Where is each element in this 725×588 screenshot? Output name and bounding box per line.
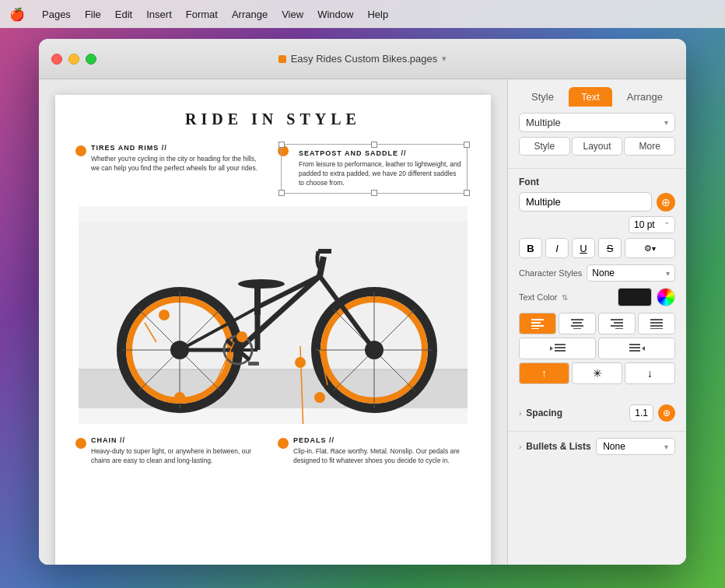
menu-view[interactable]: View: [282, 9, 303, 20]
svg-rect-46: [531, 325, 544, 327]
font-size-stepper[interactable]: ⌃: [664, 221, 670, 229]
sub-tab-layout[interactable]: Layout: [572, 137, 623, 156]
spacing-options-button[interactable]: ⊕: [658, 404, 675, 422]
pedals-heading: PEDALS //: [293, 436, 468, 444]
decrease-indent-button[interactable]: [519, 338, 596, 359]
italic-button[interactable]: I: [545, 238, 569, 258]
svg-rect-61: [555, 347, 566, 348]
handle-bl[interactable]: [278, 190, 285, 196]
handle-br[interactable]: [464, 190, 470, 196]
handle-tm[interactable]: [371, 142, 377, 148]
font-section: Font Multiple ⊕ 10 pt ⌃: [508, 169, 686, 398]
spacing-header: › Spacing 1.1 ⊕: [519, 404, 675, 422]
align-left-button[interactable]: [519, 313, 556, 334]
baseline-asterisk-icon: ✳: [593, 367, 602, 380]
indent-row: [519, 338, 675, 359]
sub-tab-style[interactable]: Style: [519, 137, 570, 156]
handle-bm[interactable]: [371, 190, 377, 196]
svg-rect-59: [650, 328, 663, 329]
text-color-swatch[interactable]: [618, 288, 652, 306]
char-styles-dropdown[interactable]: None ▾: [587, 264, 675, 282]
chain-dot: [75, 438, 86, 449]
bullets-header: › Bullets & Lists None ▾: [519, 438, 675, 455]
menu-help[interactable]: Help: [367, 9, 388, 20]
handle-tl[interactable]: [278, 142, 285, 148]
baseline-up-button[interactable]: ↑: [519, 362, 569, 384]
font-size-row: 10 pt ⌃: [519, 216, 675, 233]
baseline-down-button[interactable]: ↓: [625, 362, 675, 384]
char-styles-chevron: ▾: [666, 269, 670, 278]
tab-text[interactable]: Text: [569, 87, 612, 107]
page-title: RIDE IN STYLE: [79, 110, 468, 128]
seatpost-text-box[interactable]: SEATPOST AND SADDLE // From leisure to p…: [281, 144, 468, 194]
tires-text: Whether you're cycling in the city or he…: [91, 155, 265, 173]
pedals-dot: [278, 438, 289, 449]
sub-tab-more[interactable]: More: [624, 137, 675, 156]
titlebar: Easy Rides Custom Bikes.pages ▾: [39, 39, 686, 79]
maximize-button[interactable]: [86, 54, 96, 65]
svg-rect-54: [611, 325, 623, 327]
minimize-button[interactable]: [68, 54, 79, 65]
menubar: 🍎 Pages File Edit Insert Format Arrange …: [0, 0, 725, 28]
baseline-down-icon: ↓: [647, 367, 653, 380]
align-center-button[interactable]: [559, 313, 596, 334]
pedals-text: Clip-in. Flat. Race worthy. Metal. Nonsl…: [293, 447, 468, 466]
bullets-value: None: [603, 441, 625, 452]
spacing-chevron-icon: ›: [519, 409, 521, 418]
main-window: Easy Rides Custom Bikes.pages ▾ RIDE IN …: [39, 39, 686, 565]
svg-rect-64: [629, 344, 640, 345]
more-text-options-button[interactable]: ⚙ ▾: [625, 238, 675, 258]
menu-file[interactable]: File: [85, 9, 101, 20]
close-button[interactable]: [51, 54, 62, 65]
title-chevron-icon[interactable]: ▾: [442, 54, 447, 64]
increase-indent-button[interactable]: [598, 338, 675, 359]
top-annotations: TIRES AND RIMS // Whether you're cycling…: [79, 144, 468, 194]
bottom-dot-marker: [295, 357, 306, 368]
paragraph-style-dropdown[interactable]: Multiple ▾: [519, 113, 675, 132]
menu-insert[interactable]: Insert: [146, 9, 172, 20]
svg-rect-53: [614, 322, 623, 324]
saddle-dot-marker: [314, 392, 325, 403]
dots-overlay: [79, 206, 468, 424]
align-justify-button[interactable]: [638, 313, 675, 334]
svg-rect-57: [650, 322, 663, 324]
align-right-button[interactable]: [598, 313, 636, 334]
bullets-chevron-icon: ›: [519, 443, 521, 451]
alignment-grid: [519, 313, 675, 334]
font-family-label: Multiple: [526, 196, 561, 208]
font-family-picker[interactable]: Multiple: [519, 192, 652, 212]
bullets-dropdown[interactable]: None ▾: [596, 438, 675, 455]
bullets-title: Bullets & Lists: [526, 441, 591, 452]
font-browser-button[interactable]: ⊕: [657, 193, 675, 212]
chain-heading: CHAIN //: [91, 436, 265, 444]
handle-tr[interactable]: [464, 142, 470, 148]
text-color-arrows: ⇅: [562, 293, 568, 302]
menu-pages[interactable]: Pages: [42, 9, 71, 20]
spacing-title: Spacing: [526, 408, 625, 418]
menu-arrange[interactable]: Arrange: [232, 9, 268, 20]
baseline-row: ↑ ✳ ↓: [519, 362, 675, 384]
tab-style[interactable]: Style: [519, 87, 566, 107]
format-panel: Style Text Arrange Multiple ▾ Style Layo…: [507, 79, 686, 565]
spacing-options-icon: ⊕: [663, 408, 671, 418]
bold-button[interactable]: B: [519, 238, 542, 258]
svg-rect-60: [555, 344, 566, 345]
seatpost-annotation[interactable]: SEATPOST AND SADDLE // From leisure to p…: [281, 144, 468, 194]
tab-arrange[interactable]: Arrange: [615, 87, 675, 107]
window-title: Easy Rides Custom Bikes.pages ▾: [278, 53, 447, 65]
font-size-input[interactable]: 10 pt ⌃: [629, 216, 675, 233]
filename: Easy Rides Custom Bikes.pages: [291, 53, 438, 65]
svg-marker-63: [550, 346, 553, 351]
spacing-value-input[interactable]: 1.1: [629, 404, 653, 422]
menu-format[interactable]: Format: [186, 9, 218, 20]
svg-rect-55: [615, 328, 623, 329]
menu-window[interactable]: Window: [317, 9, 353, 20]
apple-logo: 🍎: [9, 7, 25, 22]
sub-tabs: Style Layout More: [519, 137, 675, 156]
color-wheel-button[interactable]: [657, 288, 675, 306]
strikethrough-button[interactable]: S: [598, 238, 622, 258]
char-styles-value: None: [592, 268, 615, 278]
baseline-asterisk-button[interactable]: ✳: [572, 362, 622, 384]
menu-edit[interactable]: Edit: [115, 9, 132, 20]
underline-button[interactable]: U: [572, 238, 595, 258]
